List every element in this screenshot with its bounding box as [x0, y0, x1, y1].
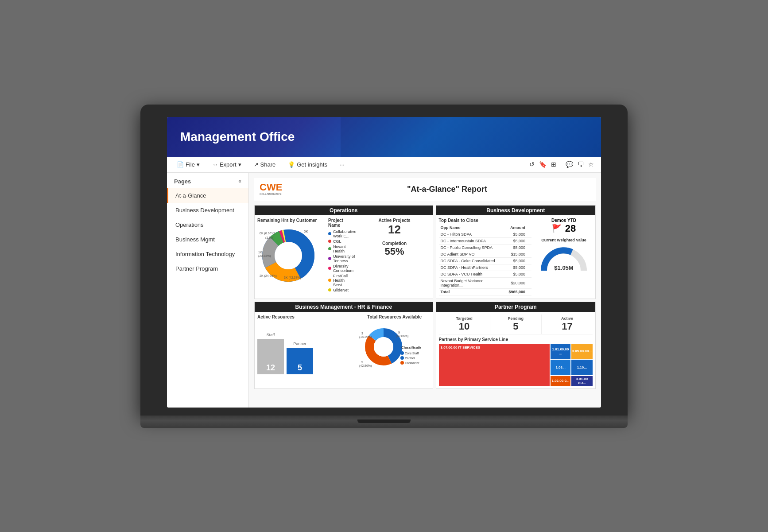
svg-text:(42.86%): (42.86%) — [396, 334, 408, 338]
sidebar-title: Pages « — [167, 178, 248, 188]
treemap-main-cell: 3.07.00.00 IT SERVICES — [439, 344, 550, 386]
deal-row: DC SDPA - Coke Consolidated$5,000 — [439, 257, 531, 264]
ops-chart-title: Remaining Hrs by Customer — [257, 218, 324, 223]
legend-item-0: Collaborative Work E... — [328, 229, 357, 238]
business-development-section: Business Development Top Deals to Close — [436, 205, 596, 299]
demos-number: 28 — [565, 223, 576, 234]
ops-inner: Remaining Hrs by Customer — [257, 218, 430, 296]
bd-inner: Top Deals to Close Opp Name Amount — [439, 218, 593, 295]
total-label: Total — [439, 288, 507, 295]
file-icon: 📄 — [177, 161, 184, 168]
deal-row: DC SDPA - HealthPartners$5,000 — [439, 264, 531, 271]
deal-row: Novant Budget Variance Integration...$20… — [439, 277, 531, 288]
svg-text:(42.86%): (42.86%) — [359, 364, 372, 368]
chevron-down-icon: ▾ — [197, 161, 200, 168]
demos-ytd-widget: Demos YTD 🚩 28 — [535, 218, 593, 234]
screen-bezel: Management Office 📄 File ▾ ↔ Export ▾ ↗ … — [140, 105, 628, 416]
deal-row: DC - Intermountain SDPA$5,000 — [439, 237, 531, 244]
insights-label: Get insights — [297, 161, 327, 168]
partner-bar: Partner 5 — [287, 348, 313, 374]
tra-label: Total Resources Available — [359, 315, 430, 319]
pending-number: 5 — [492, 321, 539, 332]
staff-number: 12 — [257, 363, 284, 373]
operations-header: Operations — [255, 206, 433, 215]
svg-text:0K: 0K — [304, 229, 308, 233]
dashboard-grid: Operations Remaining Hrs by Customer — [254, 205, 596, 389]
gauge-chart: $1.05M — [535, 244, 593, 277]
svg-text:(14.29%): (14.29%) — [359, 335, 372, 339]
share-button[interactable]: ↗ Share — [251, 159, 279, 170]
active-projects-widget: Active Projects 12 — [359, 218, 430, 237]
layout-icon[interactable]: ⊞ — [551, 161, 556, 168]
bm-header: Business Management - HR & Finance — [255, 302, 433, 312]
star-icon[interactable]: ☆ — [588, 161, 594, 168]
laptop-notch — [357, 419, 411, 423]
export-menu[interactable]: ↔ Export ▾ — [209, 159, 244, 170]
svg-text:$1.05M: $1.05M — [554, 264, 573, 271]
targeted-number: 10 — [441, 321, 488, 332]
pp-pending: Pending 5 — [490, 315, 542, 334]
bookmark-icon[interactable]: 🔖 — [539, 161, 547, 168]
deal-row: DC - Hilton SDPA$5,000 — [439, 231, 531, 237]
sidebar-item-operations[interactable]: Operations — [167, 217, 248, 232]
svg-text:0K (6.66%): 0K (6.66%) — [260, 232, 275, 235]
sidebar-item-at-a-glance[interactable]: At-a-Glance — [167, 188, 248, 203]
deal-row: DC - Public Consulting SPDA$5,000 — [439, 244, 531, 251]
total-amount: $965,000 — [507, 288, 527, 295]
legend-item-6: GlideNet — [328, 288, 357, 292]
partners-label: Partners by Primary Service Line — [439, 337, 593, 342]
sidebar-item-business-development[interactable]: Business Development — [167, 203, 248, 217]
bd-deals-title: Top Deals to Close — [439, 218, 531, 223]
opp-col-header: Opp Name — [439, 225, 507, 231]
insights-button[interactable]: 💡 Get insights — [285, 159, 330, 170]
treemap-cell-4: 1.02.00.0... — [551, 376, 570, 386]
cwe-logo: CWE COLLABORATIVE WORK ENVIRONMENT — [259, 181, 294, 198]
header-banner: Management Office — [167, 117, 601, 157]
file-label: File — [186, 161, 195, 168]
svg-text:9: 9 — [361, 361, 363, 364]
sidebar-item-business-mgmt[interactable]: Business Mgmt — [167, 232, 248, 247]
bm-bar-chart: Active Resources Staff 12 — [257, 315, 356, 374]
svg-text:Contractor: Contractor — [405, 361, 419, 365]
sidebar-item-partner-program[interactable]: Partner Program — [167, 261, 248, 276]
partner-bar-label: Partner — [287, 342, 313, 346]
sidebar-item-information-technology[interactable]: Information Technology — [167, 247, 248, 261]
treemap: 3.07.00.00 IT SERVICES 1.01.00.00 ... 3.… — [439, 344, 593, 386]
pending-label: Pending — [492, 316, 539, 321]
treemap-right: 1.01.00.00 ... 3.05.00.00... 1.06... — [551, 344, 593, 386]
treemap-cell-5: 3.01.00 BU... — [571, 376, 593, 386]
ops-chart-area: Remaining Hrs by Customer — [257, 218, 324, 296]
svg-text:Classification: Classification — [401, 346, 421, 349]
main-layout: Pages « At-a-Glance Business Development… — [167, 173, 601, 408]
completion-widget: Completion 55% — [359, 241, 430, 257]
toolbar: 📄 File ▾ ↔ Export ▾ ↗ Share 💡 Get insigh… — [167, 157, 601, 173]
staff-bar-label: Staff — [257, 333, 284, 337]
active-projects-label: Active Projects — [359, 218, 430, 223]
comment-icon[interactable]: 💬 — [566, 161, 573, 168]
operations-section: Operations Remaining Hrs by Customer — [254, 205, 433, 299]
legend-item-4: Diversity Consortium — [328, 264, 357, 273]
chat-icon[interactable]: 🗨 — [578, 161, 584, 168]
pp-content: Targeted 10 Pending 5 Active — [436, 312, 595, 388]
demos-ytd-label: Demos YTD — [535, 218, 593, 223]
active-number: 17 — [543, 321, 591, 332]
cwv-label: Current Weighted Value — [535, 238, 593, 242]
amount-col-header: Amount — [507, 225, 527, 231]
sidebar-collapse-icon[interactable]: « — [238, 178, 241, 184]
bd-header: Business Development — [436, 206, 595, 215]
donut-chart: 0K 0K (6.66%) (1.6%) 1K (20.33%) 2K (24.… — [257, 225, 324, 287]
svg-point-32 — [400, 356, 404, 360]
refresh-icon[interactable]: ↺ — [529, 161, 535, 168]
svg-text:3: 3 — [361, 332, 363, 335]
legend-item-2: Novant Health — [328, 245, 357, 253]
share-icon: ↗ — [254, 161, 259, 168]
laptop: Management Office 📄 File ▾ ↔ Export ▾ ↗ … — [140, 105, 628, 428]
report-title: "At-a-Glance" Report — [303, 185, 591, 194]
more-menu[interactable]: ··· — [337, 159, 347, 170]
more-label: ··· — [340, 161, 345, 168]
bm-donut-area: Total Resources Available — [359, 315, 430, 374]
legend-list: Collaborative Work E... CGL Novant Healt… — [328, 229, 357, 292]
file-menu[interactable]: 📄 File ▾ — [174, 159, 202, 170]
partner-bar-visual: 5 — [287, 348, 313, 374]
svg-text:(1.6%): (1.6%) — [265, 236, 275, 240]
